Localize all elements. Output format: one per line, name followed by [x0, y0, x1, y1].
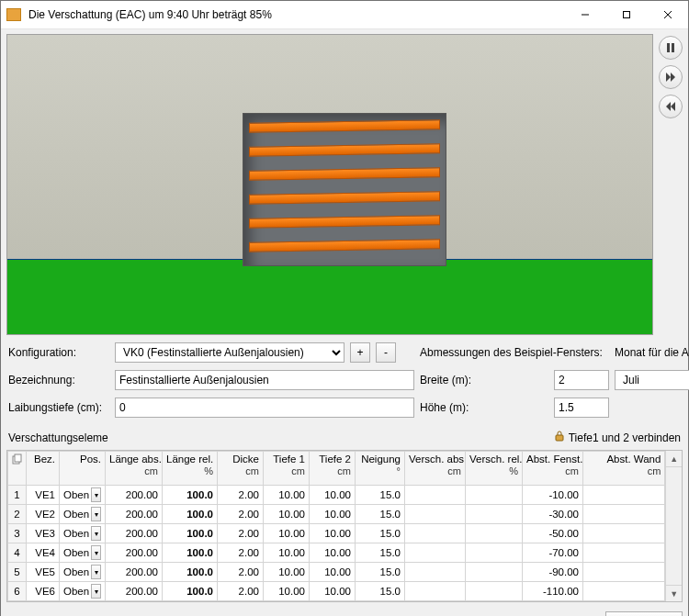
dropdown-icon[interactable]: ▾ [91, 584, 101, 599]
table-row[interactable]: 2VE2Oben▾200.00100.02.0010.0010.0015.0-3… [8, 505, 665, 524]
cell-pos[interactable]: Oben▾ [60, 486, 106, 505]
row-number[interactable]: 6 [8, 582, 27, 601]
copy-icon[interactable] [8, 452, 27, 486]
close-dialog-button[interactable]: Schließen [605, 611, 683, 616]
add-config-button[interactable]: + [350, 342, 370, 363]
dropdown-icon[interactable]: ▾ [91, 507, 101, 521]
cell-af[interactable]: -50.00 [523, 524, 583, 543]
month-select[interactable]: Juli [615, 370, 689, 390]
row-number[interactable]: 2 [8, 505, 27, 524]
cell-lrel[interactable]: 100.0 [163, 582, 218, 601]
cell-t2[interactable]: 10.00 [310, 505, 356, 524]
depth-input[interactable] [115, 398, 414, 418]
cell-dick[interactable]: 2.00 [218, 505, 264, 524]
maximize-button[interactable] [605, 1, 647, 28]
cell-bez[interactable]: VE1 [27, 486, 60, 505]
cell-vabs[interactable] [405, 563, 466, 582]
cell-t2[interactable]: 10.00 [310, 582, 356, 601]
cell-af[interactable]: -90.00 [523, 563, 583, 582]
cell-t1[interactable]: 10.00 [264, 582, 310, 601]
dropdown-icon[interactable]: ▾ [91, 487, 101, 502]
cell-aw[interactable] [583, 563, 665, 582]
cell-pos[interactable]: Oben▾ [60, 543, 106, 563]
cell-t2[interactable]: 10.00 [310, 563, 356, 582]
cell-bez[interactable]: VE6 [27, 582, 60, 601]
cell-t1[interactable]: 10.00 [264, 524, 310, 543]
cell-lrel[interactable]: 100.0 [163, 524, 218, 543]
row-number[interactable]: 5 [8, 563, 27, 582]
cell-neig[interactable]: 15.0 [356, 486, 405, 505]
cell-bez[interactable]: VE3 [27, 524, 60, 543]
cell-lrel[interactable]: 100.0 [163, 505, 218, 524]
cell-labs[interactable]: 200.00 [106, 563, 163, 582]
cell-bez[interactable]: VE2 [27, 505, 60, 524]
cell-vabs[interactable] [405, 486, 466, 505]
cell-dick[interactable]: 2.00 [218, 524, 264, 543]
table-row[interactable]: 5VE5Oben▾200.00100.02.0010.0010.0015.0-9… [8, 563, 665, 582]
cell-aw[interactable] [583, 543, 665, 563]
cell-neig[interactable]: 15.0 [356, 524, 405, 543]
table-row[interactable]: 3VE3Oben▾200.00100.02.0010.0010.0015.0-5… [8, 524, 665, 543]
cell-aw[interactable] [583, 524, 665, 543]
cell-af[interactable]: -70.00 [523, 543, 583, 563]
cell-lrel[interactable]: 100.0 [163, 486, 218, 505]
cell-vrel[interactable] [466, 543, 523, 563]
cell-vabs[interactable] [405, 543, 466, 563]
cell-t2[interactable]: 10.00 [310, 543, 356, 563]
cell-pos[interactable]: Oben▾ [60, 563, 106, 582]
cell-t1[interactable]: 10.00 [264, 505, 310, 524]
cell-labs[interactable]: 200.00 [106, 486, 163, 505]
dropdown-icon[interactable]: ▾ [91, 545, 101, 560]
cell-neig[interactable]: 15.0 [356, 543, 405, 563]
close-button[interactable] [647, 1, 688, 28]
height-input[interactable] [554, 398, 609, 418]
table-row[interactable]: 1VE1Oben▾200.00100.02.0010.0010.0015.0-1… [8, 486, 665, 505]
remove-config-button[interactable]: - [376, 342, 396, 363]
cell-aw[interactable] [583, 505, 665, 524]
name-input[interactable] [115, 370, 414, 390]
cell-t1[interactable]: 10.00 [264, 486, 310, 505]
cell-vabs[interactable] [405, 505, 466, 524]
cell-pos[interactable]: Oben▾ [60, 505, 106, 524]
titlebar[interactable]: Die Verschattung (EAC) um 9:40 Uhr beträ… [1, 1, 688, 29]
cell-t2[interactable]: 10.00 [310, 524, 356, 543]
scroll-up-icon[interactable]: ▲ [666, 451, 682, 467]
cell-af[interactable]: -10.00 [523, 486, 583, 505]
cell-bez[interactable]: VE5 [27, 563, 60, 582]
cell-vrel[interactable] [466, 563, 523, 582]
cell-neig[interactable]: 15.0 [356, 582, 405, 601]
cell-dick[interactable]: 2.00 [218, 543, 264, 563]
cell-lrel[interactable]: 100.0 [163, 563, 218, 582]
dropdown-icon[interactable]: ▾ [91, 565, 101, 579]
minimize-button[interactable] [564, 1, 605, 28]
fast-forward-button[interactable] [659, 65, 683, 89]
cell-t2[interactable]: 10.00 [310, 486, 356, 505]
vertical-scrollbar[interactable]: ▲ ▼ [665, 451, 682, 601]
cell-t1[interactable]: 10.00 [264, 563, 310, 582]
cell-dick[interactable]: 2.00 [218, 582, 264, 601]
cell-dick[interactable]: 2.00 [218, 563, 264, 582]
cell-aw[interactable] [583, 486, 665, 505]
cell-af[interactable]: -30.00 [523, 505, 583, 524]
cell-dick[interactable]: 2.00 [218, 486, 264, 505]
width-input[interactable] [554, 370, 609, 390]
cell-pos[interactable]: Oben▾ [60, 524, 106, 543]
cell-neig[interactable]: 15.0 [356, 563, 405, 582]
cell-vrel[interactable] [466, 505, 523, 524]
table-row[interactable]: 6VE6Oben▾200.00100.02.0010.0010.0015.0-1… [8, 582, 665, 601]
rewind-button[interactable] [659, 95, 683, 118]
cell-vrel[interactable] [466, 524, 523, 543]
cell-vabs[interactable] [405, 582, 466, 601]
pause-button[interactable] [659, 36, 683, 60]
cell-pos[interactable]: Oben▾ [60, 582, 106, 601]
row-number[interactable]: 3 [8, 524, 27, 543]
dropdown-icon[interactable]: ▾ [91, 526, 101, 541]
table-row[interactable]: 4VE4Oben▾200.00100.02.0010.0010.0015.0-7… [8, 543, 665, 563]
preview-3d[interactable] [6, 34, 653, 335]
cell-neig[interactable]: 15.0 [356, 505, 405, 524]
cell-af[interactable]: -110.00 [523, 582, 583, 601]
row-number[interactable]: 4 [8, 543, 27, 563]
cell-bez[interactable]: VE4 [27, 543, 60, 563]
cell-aw[interactable] [583, 582, 665, 601]
row-number[interactable]: 1 [8, 486, 27, 505]
